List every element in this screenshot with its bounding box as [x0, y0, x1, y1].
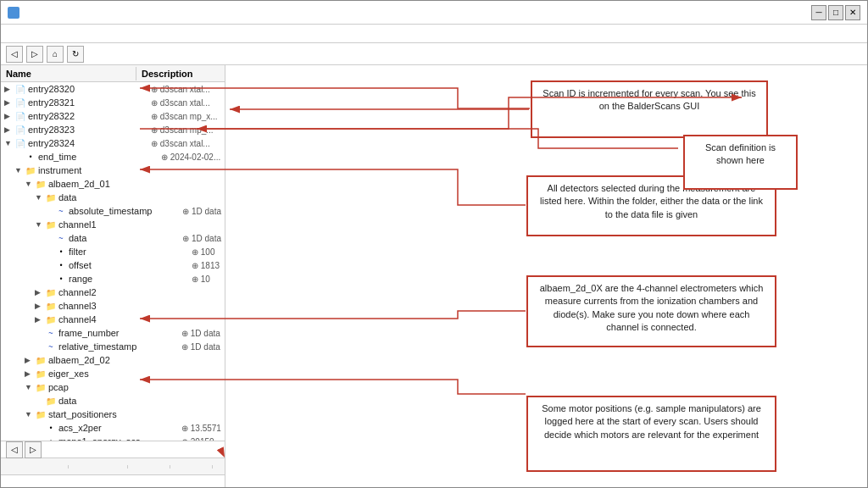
tree-desc-entry28322: ⊕ d3scan mp_x...	[151, 112, 221, 121]
tree-name-channel4: channel4	[58, 314, 181, 324]
tree-icon-folder: 📁	[35, 382, 47, 392]
tree-item-offset[interactable]: •offset⊕ 1813	[1, 258, 225, 272]
tree-desc-frame_number: ⊕ 1D data	[181, 329, 224, 338]
tree-desc-acs_x2per: ⊕ 13.5571	[181, 424, 225, 433]
tree-item-entry28322[interactable]: ▶📄entry28322⊕ d3scan mp_x...	[1, 109, 225, 123]
annotation-box3: albaem_2d_0X are the 4-channel electrome…	[526, 275, 776, 347]
tree-icon-wave: ~	[55, 233, 67, 243]
tree-name-frame_number: frame_number	[58, 328, 181, 338]
tree-icon-folder: 📁	[45, 301, 57, 311]
annotation-box1: Scan ID is incremented for every scan. Y…	[531, 80, 768, 138]
tree-item-channel2[interactable]: ▶📁channel2	[1, 286, 225, 299]
main-window: ─ □ ✕ ◁ ▷ ⌂ ↻ Name Description ▶📄entry2	[0, 0, 868, 488]
tree-item-entry28320[interactable]: ▶📄entry28320⊕ d3scan xtal...	[1, 82, 225, 96]
tree-name-entry28324: entry28324	[28, 138, 151, 148]
tree-name-mono1_energy_acs: mono1_energy_acs	[58, 436, 181, 441]
tree-item-filter[interactable]: •filter⊕ 100	[1, 245, 225, 258]
forward-button[interactable]: ▷	[26, 46, 43, 63]
menu-views[interactable]	[31, 32, 45, 36]
bottom-col-shape	[170, 465, 213, 469]
tree-name-range: range	[69, 274, 192, 284]
tree-desc-entry28321: ⊕ d3scan xtal...	[151, 98, 214, 108]
tree-name-data3: data	[58, 396, 181, 406]
tree-icon-folder: 📁	[35, 369, 47, 379]
tree-desc-data2: ⊕ 1D data	[182, 234, 225, 243]
tree-item-entry28323[interactable]: ▶📄entry28323⊕ d3scan mp_...	[1, 123, 225, 136]
annotation-box5: Scan definition is shown here	[683, 135, 798, 190]
tree-item-channel1[interactable]: ▼📁channel1	[1, 218, 225, 231]
tree-name-pcap: pcap	[48, 382, 171, 392]
tree-icon-entry: 📄	[14, 97, 26, 108]
title-bar: ─ □ ✕	[1, 1, 867, 25]
close-button[interactable]: ✕	[845, 5, 860, 20]
tree-desc-range: ⊕ 10	[192, 274, 214, 284]
toolbar: ◁ ▷ ⌂ ↻	[1, 43, 867, 65]
silx-icon	[8, 7, 19, 19]
tree-item-relative_timestamp[interactable]: ~relative_timestamp⊕ 1D data	[1, 340, 225, 353]
tree-name-data2: data	[69, 233, 182, 243]
menu-help[interactable]	[45, 32, 58, 36]
tree-icon-leaf: •	[25, 152, 36, 162]
tree-item-start_positioners[interactable]: ▼📁start_positioners	[1, 408, 225, 421]
bottom-toolbar: ◁ ▷	[1, 441, 225, 458]
annotation-box4: Some motor positions (e.g. sample manipu…	[526, 396, 776, 472]
tree-item-pcap[interactable]: ▼📁pcap	[1, 380, 225, 394]
tree-name-data: data	[58, 192, 181, 202]
tree-item-range[interactable]: •range⊕ 10	[1, 272, 225, 286]
tree-name-albaem_2d_02: albaem_2d_02	[48, 355, 171, 365]
tree-icon-folder: 📁	[35, 355, 47, 365]
tree-item-acs_x2per[interactable]: •acs_x2per⊕ 13.5571	[1, 421, 225, 435]
refresh-button[interactable]: ↻	[67, 46, 84, 63]
tree-area[interactable]: ▶📄entry28320⊕ d3scan xtal...▶📄entry28321…	[1, 82, 225, 441]
tree-icon-entry: 📄	[14, 125, 26, 135]
tree-name-entry28323: entry28323	[28, 125, 151, 135]
tree-desc-offset: ⊕ 1813	[192, 261, 223, 270]
tree-item-entry28321[interactable]: ▶📄entry28321⊕ d3scan xtal...	[1, 96, 225, 109]
tree-name-start_positioners: start_positioners	[48, 409, 171, 419]
tree-item-albaem_2d_02[interactable]: ▶📁albaem_2d_02	[1, 353, 225, 367]
tree-item-eiger_xes[interactable]: ▶📁eiger_xes	[1, 367, 225, 380]
tree-icon-entry: 📄	[14, 84, 26, 94]
tree-item-data[interactable]: ▼📁data	[1, 191, 225, 204]
title-bar-left	[8, 7, 25, 19]
tree-icon-entry: 📄	[14, 138, 26, 148]
tree-icon-folder: 📁	[25, 165, 36, 175]
tree-icon-leaf: •	[45, 423, 57, 433]
main-area: Scan ID is incremented for every scan. Y…	[225, 65, 867, 487]
tree-desc-entry28323: ⊕ d3scan mp_...	[151, 125, 217, 135]
tree-desc-entry28320: ⊕ d3scan xtal...	[151, 85, 214, 94]
tree-name-entry28321: entry28321	[28, 97, 151, 108]
menu-bar	[1, 25, 867, 43]
minimize-button[interactable]: ─	[811, 5, 826, 20]
bottom-header	[1, 458, 225, 475]
tree-item-data2[interactable]: ~data⊕ 1D data	[1, 231, 225, 245]
tree-item-instrument[interactable]: ▼📁instrument	[1, 164, 225, 177]
tree-desc-relative_timestamp: ⊕ 1D data	[181, 342, 224, 352]
left-panel: Name Description ▶📄entry28320⊕ d3scan xt…	[1, 65, 225, 487]
tree-name-instrument: instrument	[38, 165, 161, 175]
bottom-panel: ◁ ▷	[1, 441, 225, 487]
tree-icon-wave: ~	[55, 206, 67, 216]
tree-icon-leaf: •	[55, 274, 67, 284]
tree-item-albaem_2d_01[interactable]: ▼📁albaem_2d_01	[1, 177, 225, 191]
home-button[interactable]: ⌂	[47, 46, 64, 63]
back-button[interactable]: ◁	[6, 46, 23, 63]
bottom-btn1[interactable]: ◁	[6, 441, 23, 458]
menu-file[interactable]	[4, 32, 18, 36]
tree-item-channel3[interactable]: ▶📁channel3	[1, 299, 225, 313]
tree-item-data3[interactable]: 📁data	[1, 394, 225, 408]
tree-item-end_time[interactable]: •end_time⊕ 2024-02-02...	[1, 150, 225, 164]
tree-item-absolute_timestamp[interactable]: ~absolute_timestamp⊕ 1D data	[1, 204, 225, 218]
tree-item-channel4[interactable]: ▶📁channel4	[1, 313, 225, 326]
tree-item-mono1_energy_acs[interactable]: •mono1_energy_acs⊕ 20150	[1, 435, 225, 441]
tree-item-entry28324[interactable]: ▼📄entry28324⊕ d3scan xtal...	[1, 136, 225, 150]
tree-item-frame_number[interactable]: ~frame_number⊕ 1D data	[1, 326, 225, 340]
tree-name-channel3: channel3	[58, 301, 181, 311]
tree-desc-end_time: ⊕ 2024-02-02...	[161, 152, 224, 162]
tree-name-albaem_2d_01: albaem_2d_01	[48, 179, 171, 189]
menu-options[interactable]	[18, 32, 31, 36]
bottom-col-type	[128, 465, 170, 469]
tree-desc-entry28324: ⊕ d3scan xtal...	[151, 139, 214, 148]
bottom-btn2[interactable]: ▷	[25, 441, 42, 458]
maximize-button[interactable]: □	[828, 5, 843, 20]
